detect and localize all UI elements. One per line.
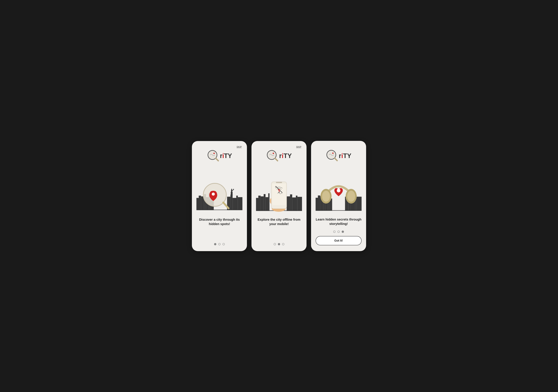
svg-rect-59 bbox=[318, 195, 320, 211]
svg-rect-17 bbox=[231, 190, 232, 192]
logo-text-2: r i TY bbox=[279, 152, 292, 159]
logo-text-3: r i TY bbox=[339, 152, 351, 159]
svg-line-19 bbox=[232, 190, 234, 191]
svg-rect-4 bbox=[199, 196, 201, 210]
logo-1: r i TY bbox=[207, 149, 232, 162]
description-3: Learn hidden secrets through storytellin… bbox=[316, 217, 362, 226]
svg-rect-34 bbox=[268, 193, 270, 211]
svg-rect-49 bbox=[276, 182, 282, 183]
svg-rect-38 bbox=[296, 196, 297, 211]
svg-marker-16 bbox=[231, 189, 232, 190]
skip-button-2[interactable]: SKIP bbox=[296, 146, 301, 148]
screen-2: SKIP r i TY bbox=[252, 141, 306, 251]
logo-2: r i TY bbox=[266, 149, 292, 162]
illustration-1 bbox=[196, 168, 242, 213]
screen3-illustration bbox=[316, 167, 362, 213]
svg-rect-31 bbox=[261, 196, 264, 211]
svg-point-1 bbox=[213, 153, 215, 154]
dot-2-1[interactable] bbox=[274, 243, 276, 245]
svg-rect-69 bbox=[357, 197, 362, 211]
got-it-button[interactable]: Got It! bbox=[316, 236, 362, 245]
dot-1-2[interactable] bbox=[218, 243, 220, 245]
dot-1-3[interactable] bbox=[222, 243, 225, 245]
svg-point-20 bbox=[233, 189, 234, 190]
svg-rect-13 bbox=[236, 196, 238, 210]
svg-rect-32 bbox=[264, 194, 265, 211]
svg-line-28 bbox=[275, 158, 278, 161]
svg-rect-35 bbox=[287, 196, 290, 211]
svg-rect-14 bbox=[238, 197, 242, 210]
dots-2 bbox=[274, 243, 284, 245]
magnifier-logo-icon-1 bbox=[207, 149, 220, 162]
screen2-illustration bbox=[256, 168, 302, 213]
svg-line-57 bbox=[335, 158, 337, 161]
logo-3: r i TY bbox=[326, 149, 351, 162]
svg-point-56 bbox=[332, 153, 334, 154]
svg-point-27 bbox=[273, 153, 274, 154]
dot-2-2[interactable] bbox=[278, 243, 280, 245]
description-2: Explore the city offline from your mobil… bbox=[256, 218, 302, 226]
svg-point-75 bbox=[337, 189, 340, 192]
screen-3: r i TY bbox=[311, 141, 366, 251]
svg-rect-39 bbox=[297, 197, 302, 211]
svg-rect-30 bbox=[258, 196, 261, 211]
screens-container: SKIP r i TY bbox=[192, 141, 366, 251]
screen-1: SKIP r i TY bbox=[192, 141, 247, 251]
svg-rect-36 bbox=[290, 194, 292, 211]
magnifier-logo-icon-2 bbox=[266, 149, 279, 162]
dot-3-3[interactable] bbox=[342, 231, 344, 233]
svg-point-25 bbox=[212, 192, 215, 196]
dot-1-1[interactable] bbox=[214, 243, 216, 245]
svg-rect-33 bbox=[266, 197, 268, 211]
svg-point-74 bbox=[347, 191, 355, 202]
illustration-3 bbox=[316, 167, 362, 213]
magnifier-logo-icon-3 bbox=[326, 149, 339, 162]
svg-rect-18 bbox=[231, 192, 233, 196]
dot-3-1[interactable] bbox=[333, 231, 336, 233]
dots-1 bbox=[214, 243, 225, 245]
skip-button-1[interactable]: SKIP bbox=[236, 146, 242, 148]
svg-line-2 bbox=[216, 158, 218, 161]
dots-3 bbox=[333, 231, 344, 233]
illustration-2 bbox=[256, 168, 302, 213]
svg-point-72 bbox=[322, 191, 330, 202]
logo-text-1: r i TY bbox=[220, 152, 232, 159]
screen1-illustration bbox=[196, 168, 242, 213]
dot-3-2[interactable] bbox=[338, 231, 340, 233]
dot-2-3[interactable] bbox=[282, 243, 284, 245]
description-1: Discover a city through its hidden spots… bbox=[196, 218, 242, 226]
svg-point-54 bbox=[279, 191, 280, 192]
